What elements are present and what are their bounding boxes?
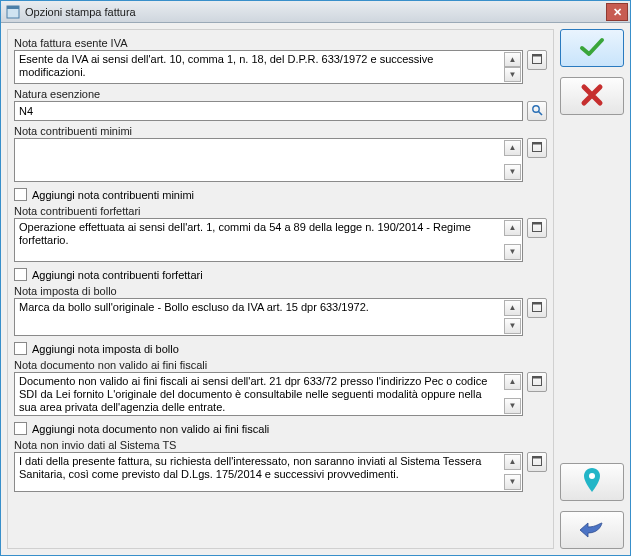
scroll-down[interactable]: ▼ [504, 318, 521, 334]
zoom-button-nota-forfettari[interactable] [527, 218, 547, 238]
scrollbar-nota-nonvalido: ▲ ▼ [504, 374, 521, 414]
label-nota-bollo: Nota imposta di bollo [14, 285, 547, 297]
marker-button[interactable] [560, 463, 624, 501]
svg-rect-7 [533, 143, 542, 145]
textarea-nota-forfettari[interactable] [15, 219, 503, 261]
scrollbar-nota-bollo: ▲ ▼ [504, 300, 521, 334]
label-agg-nonvalido: Aggiungi nota documento non valido ai fi… [32, 423, 269, 435]
scroll-up[interactable]: ▲ [504, 140, 521, 156]
scroll-down[interactable]: ▼ [504, 474, 521, 490]
window-title: Opzioni stampa fattura [25, 6, 604, 18]
textarea-nota-bollo[interactable] [15, 299, 503, 335]
maximize-icon [532, 302, 542, 314]
scroll-down[interactable]: ▼ [504, 164, 521, 180]
svg-rect-11 [533, 303, 542, 305]
cross-icon [580, 83, 604, 109]
cancel-button[interactable] [560, 77, 624, 115]
main-panel: Nota fattura esente IVA ▲ ▼ Natura esenz… [7, 29, 554, 549]
scroll-up[interactable]: ▲ [504, 300, 521, 316]
zoom-button-nota-minimi[interactable] [527, 138, 547, 158]
zoom-button-nota-ts[interactable] [527, 452, 547, 472]
textarea-nota-forfettari-container: ▲ ▼ [14, 218, 523, 262]
label-nota-nonvalido: Nota documento non valido ai fini fiscal… [14, 359, 547, 371]
textarea-nota-esente[interactable] [15, 51, 503, 83]
textarea-nota-bollo-container: ▲ ▼ [14, 298, 523, 336]
search-icon [531, 104, 543, 118]
side-buttons [560, 29, 624, 549]
checkbox-agg-bollo[interactable] [14, 342, 27, 355]
zoom-button-nota-bollo[interactable] [527, 298, 547, 318]
close-button[interactable]: ✕ [606, 3, 628, 21]
input-natura-esenzione[interactable] [14, 101, 523, 121]
svg-point-4 [533, 106, 539, 112]
scroll-down[interactable]: ▼ [504, 244, 521, 260]
textarea-nota-nonvalido-container: ▲ ▼ [14, 372, 523, 416]
textarea-nota-ts-container: ▲ ▼ [14, 452, 523, 492]
maximize-icon [532, 456, 542, 468]
svg-rect-13 [533, 377, 542, 379]
scroll-down[interactable]: ▼ [504, 67, 521, 82]
scroll-down[interactable]: ▼ [504, 398, 521, 414]
maximize-icon [532, 142, 542, 154]
scrollbar-nota-ts: ▲ ▼ [504, 454, 521, 490]
scrollbar-nota-forfettari: ▲ ▼ [504, 220, 521, 260]
label-natura-esenzione: Natura esenzione [14, 88, 547, 100]
svg-point-16 [589, 473, 595, 479]
label-nota-esente: Nota fattura esente IVA [14, 37, 547, 49]
undo-icon [578, 519, 606, 541]
svg-line-5 [539, 112, 543, 116]
textarea-nota-esente-container: ▲ ▼ [14, 50, 523, 84]
scrollbar-nota-esente: ▲ ▼ [504, 52, 521, 82]
svg-rect-9 [533, 223, 542, 225]
svg-rect-15 [533, 457, 542, 459]
scroll-up[interactable]: ▲ [504, 454, 521, 470]
textarea-nota-ts[interactable] [15, 453, 503, 491]
undo-button[interactable] [560, 511, 624, 549]
scroll-up[interactable]: ▲ [504, 52, 521, 67]
zoom-button-nota-esente[interactable] [527, 50, 547, 70]
label-agg-minimi: Aggiungi nota contribuenti minimi [32, 189, 194, 201]
maximize-icon [532, 222, 542, 234]
svg-rect-3 [533, 55, 542, 57]
check-icon [578, 36, 606, 60]
svg-rect-1 [7, 6, 19, 9]
label-agg-bollo: Aggiungi nota imposta di bollo [32, 343, 179, 355]
maximize-icon [532, 54, 542, 66]
textarea-nota-minimi[interactable] [15, 139, 503, 181]
scrollbar-nota-minimi: ▲ ▼ [504, 140, 521, 180]
titlebar: Opzioni stampa fattura ✕ [1, 1, 630, 23]
label-nota-forfettari: Nota contribuenti forfettari [14, 205, 547, 217]
scroll-up[interactable]: ▲ [504, 220, 521, 236]
app-icon [5, 4, 21, 20]
ok-button[interactable] [560, 29, 624, 67]
checkbox-agg-minimi[interactable] [14, 188, 27, 201]
textarea-nota-minimi-container: ▲ ▼ [14, 138, 523, 182]
scroll-up[interactable]: ▲ [504, 374, 521, 390]
checkbox-agg-nonvalido[interactable] [14, 422, 27, 435]
label-nota-minimi: Nota contribuenti minimi [14, 125, 547, 137]
pin-icon [583, 468, 601, 496]
zoom-button-nota-nonvalido[interactable] [527, 372, 547, 392]
label-agg-forfettari: Aggiungi nota contribuenti forfettari [32, 269, 203, 281]
checkbox-agg-forfettari[interactable] [14, 268, 27, 281]
maximize-icon [532, 376, 542, 388]
lookup-natura-esenzione[interactable] [527, 101, 547, 121]
textarea-nota-nonvalido[interactable] [15, 373, 503, 415]
label-nota-ts: Nota non invio dati al Sistema TS [14, 439, 547, 451]
